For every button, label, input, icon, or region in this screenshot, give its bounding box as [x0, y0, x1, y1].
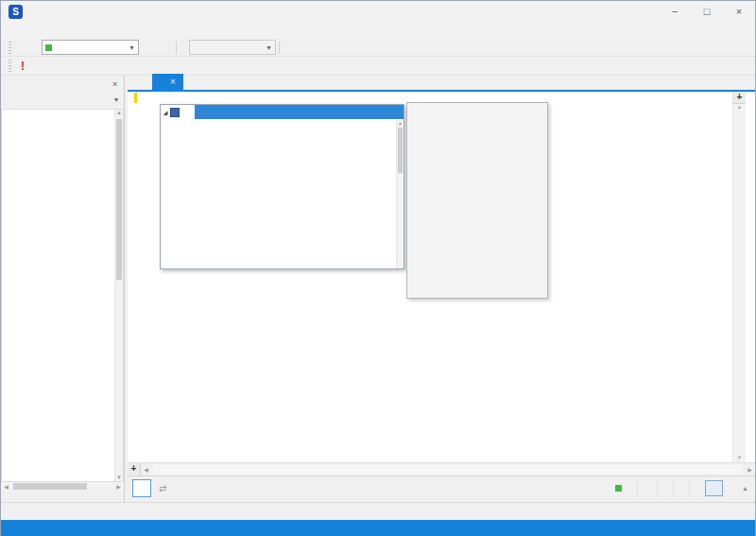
maximize-button[interactable]: □: [691, 1, 723, 22]
connection-combobox[interactable]: ▼: [42, 40, 139, 55]
toolbar-separator: [176, 42, 177, 54]
completion-popup-header[interactable]: ◢: [161, 105, 404, 119]
minimize-button[interactable]: −: [659, 1, 691, 22]
close-button[interactable]: ×: [723, 1, 755, 22]
scroll-left-icon[interactable]: ◀: [1, 483, 11, 490]
scroll-left-icon[interactable]: ◀: [141, 466, 151, 473]
environment-status-icon: [615, 485, 622, 492]
expand-icon[interactable]: ▲: [742, 485, 748, 492]
connect-icon: [139, 40, 156, 56]
explorer-tree[interactable]: ▲▼: [1, 109, 124, 482]
popup-scrollbar[interactable]: ▲: [396, 120, 404, 268]
explorer-toolbar: ▾: [1, 92, 124, 109]
explorer-header: ×: [1, 76, 124, 92]
collapse-arrow-icon[interactable]: ◢: [161, 109, 170, 115]
db-kind-indicator[interactable]: [657, 481, 673, 496]
swap-view-icon[interactable]: ⇄: [159, 483, 166, 493]
execute-icon: !: [21, 60, 25, 73]
sql-text-editor[interactable]: ◢ ▲: [128, 92, 755, 462]
panel-options-button[interactable]: ▾: [109, 93, 124, 109]
title-bar: S − □ ×: [1, 1, 755, 22]
chevron-down-icon: ▼: [129, 44, 135, 51]
app-logo-icon: S: [9, 5, 23, 19]
close-tab-icon[interactable]: ×: [170, 77, 176, 87]
scroll-right-icon[interactable]: ▶: [745, 466, 755, 473]
split-editor-handle[interactable]: +: [128, 463, 141, 475]
pin-icon[interactable]: [96, 78, 109, 90]
scroll-down-icon[interactable]: ▼: [115, 475, 123, 480]
toolbar-grip[interactable]: [9, 42, 11, 54]
document-bottom-bar: ⇄ ▲: [128, 475, 755, 500]
document-tab-bar: ×: [128, 76, 755, 92]
scrollbar-thumb[interactable]: [116, 119, 122, 280]
text-view-tab[interactable]: [132, 479, 151, 497]
query-toolbar: !: [1, 57, 755, 76]
app-window: S − □ × ▼ ▼ !: [0, 0, 756, 536]
scroll-right-icon[interactable]: ▶: [113, 483, 124, 490]
database-combobox[interactable]: ▼: [189, 40, 276, 55]
tab-sql-document[interactable]: ×: [152, 74, 183, 90]
connection-state[interactable]: [637, 481, 657, 496]
scrollbar-track[interactable]: [153, 465, 743, 475]
split-editor-handle[interactable]: +: [733, 92, 746, 104]
completion-popup: ◢ ▲: [160, 104, 404, 269]
editor-horizontal-scrollbar[interactable]: + ◀ ▶: [128, 462, 755, 475]
window-layout-button[interactable]: [705, 480, 723, 496]
status-bar: [1, 520, 755, 536]
select-all-columns-checkbox[interactable]: [170, 108, 180, 117]
menu-bar: [1, 22, 755, 39]
server-indicator[interactable]: [673, 481, 689, 496]
restore-layout-button[interactable]: [723, 480, 739, 496]
connection-status-icon: [45, 44, 52, 51]
new-connection-icon[interactable]: [15, 40, 32, 56]
close-icon[interactable]: ×: [109, 78, 121, 90]
editor-area: × ◢ ▲: [128, 76, 755, 502]
connection-toolbar: ▼ ▼: [1, 39, 755, 57]
scrollbar-thumb[interactable]: [13, 483, 87, 490]
disconnect-icon[interactable]: [156, 40, 173, 56]
toolbar-separator: [279, 42, 280, 54]
environment-category[interactable]: [608, 481, 637, 496]
editor-vertical-scrollbar[interactable]: + ▲ ▼: [732, 92, 746, 462]
tooltip-header: [407, 103, 547, 118]
changed-line-indicator: [134, 93, 137, 103]
database-explorer-panel: × ▾ ▲▼ ◀ ▶: [1, 76, 125, 502]
chevron-down-icon: ▼: [266, 44, 272, 51]
scroll-up-icon[interactable]: ▲: [733, 104, 746, 110]
execute-button[interactable]: !: [17, 60, 34, 73]
toolbar-grip[interactable]: [9, 60, 11, 72]
document-status: ▲: [608, 480, 751, 496]
scroll-down-icon[interactable]: ▼: [733, 455, 746, 460]
bottom-panel-tabs: [1, 502, 755, 520]
database-indicator[interactable]: [689, 481, 705, 496]
tab-start-page[interactable]: [133, 74, 152, 90]
tree-vertical-scrollbar[interactable]: ▲▼: [114, 110, 123, 481]
table-info-tooltip: [406, 102, 548, 299]
scrollbar-thumb[interactable]: [398, 128, 403, 173]
tree-horizontal-scrollbar[interactable]: ◀ ▶: [1, 482, 124, 491]
